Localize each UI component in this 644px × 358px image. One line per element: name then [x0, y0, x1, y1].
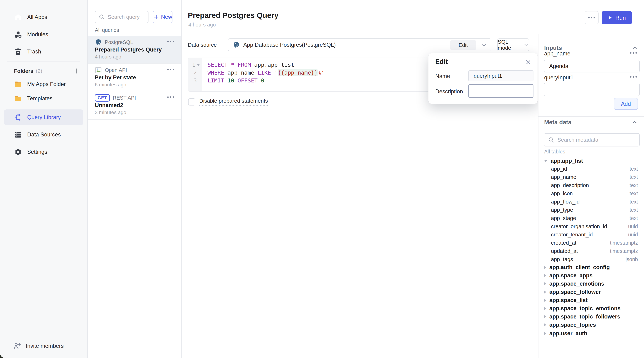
settings-icon [14, 148, 22, 156]
sidebar-item-label: Data Sources [27, 131, 61, 138]
table-row[interactable]: app.user_auth [544, 330, 638, 337]
fold-caret-icon[interactable] [197, 64, 200, 66]
sidebar-item-modules[interactable]: Modules [0, 29, 87, 40]
datasource-label: Data source [188, 42, 217, 48]
datasource-edit-button[interactable]: Edit [450, 40, 476, 50]
sql-mode-select[interactable]: SQL mode [497, 38, 529, 51]
page-title: Prepared Postgres Query [188, 11, 278, 20]
table-row[interactable]: app.space_follower [544, 289, 638, 295]
postgresql-icon [232, 41, 240, 49]
collapse-caret-icon [544, 332, 546, 335]
metadata-section-header[interactable]: Meta data [544, 118, 638, 126]
add-folder-icon[interactable] [72, 67, 80, 75]
add-input-button[interactable]: Add [614, 98, 638, 110]
line-number: 3 [194, 76, 197, 84]
column-row: app_nametext [551, 174, 638, 180]
invite-members-button[interactable]: Invite members [13, 342, 64, 350]
column-row: app_idtext [551, 166, 638, 172]
invite-user-icon [13, 342, 21, 350]
new-query-label: New [161, 14, 172, 20]
table-row-expanded[interactable]: app.app_list [544, 158, 638, 164]
new-query-button[interactable]: New [153, 11, 172, 23]
table-row[interactable]: app.space_list [544, 297, 638, 304]
query-list-item[interactable]: Open API Pet by Pet state 6 minutes ago [88, 64, 181, 91]
code-line: WHERE app_name LIKE '{{app_name}}%' [208, 69, 324, 76]
query-timestamp: 6 minutes ago [95, 82, 126, 88]
input-more-icon[interactable] [630, 76, 637, 78]
run-query-button[interactable]: Run [602, 11, 632, 24]
sidebar-item-query-library[interactable]: Query Library [0, 112, 87, 123]
collapse-caret-icon [544, 266, 546, 269]
data-sources-icon [14, 131, 22, 139]
column-row: app_flow_idtext [551, 199, 638, 205]
sidebar-item-data-sources[interactable]: Data Sources [0, 129, 87, 140]
collapse-caret-icon [544, 290, 546, 294]
sidebar-item-label: Modules [27, 31, 48, 38]
name-field[interactable] [468, 70, 534, 81]
query-type-label: Open API [105, 67, 127, 73]
chevron-up-icon[interactable] [632, 119, 638, 125]
query-search-input[interactable] [108, 14, 145, 20]
sidebar-divider [7, 61, 80, 61]
disable-prepared-statements-label: Disable prepared statements [199, 98, 268, 106]
line-number: 1 [192, 61, 200, 69]
collapse-caret-icon [544, 282, 546, 285]
table-row[interactable]: app.space_emotions [544, 281, 638, 287]
collapse-caret-icon [544, 307, 546, 310]
datasource-value: App Database Postgres(PostgreSQL) [243, 42, 336, 48]
query-search-box [95, 11, 148, 23]
sql-mode-label: SQL mode [498, 39, 522, 51]
description-label: Description [435, 88, 463, 95]
invite-members-label: Invite members [26, 343, 64, 349]
query-more-icon[interactable] [167, 96, 174, 98]
query-timestamp: 3 minutes ago [95, 110, 126, 115]
table-row[interactable]: app.auth_client_config [544, 264, 638, 271]
query-list-item[interactable]: PostgreSQL Prepared Postgres Query 4 hou… [88, 36, 181, 64]
line-number: 2 [194, 69, 197, 76]
column-row: app_tagsjsonb [551, 256, 638, 263]
table-row[interactable]: app.space_topic_emotions [544, 305, 638, 312]
query-more-icon[interactable] [167, 41, 174, 42]
sidebar-item-all-apps[interactable]: All Apps [0, 11, 87, 23]
sidebar-item-templates[interactable]: Templates [0, 93, 87, 104]
query-type-label: REST API [113, 95, 136, 101]
app-sidebar: All Apps Modules Trash Folders ( [0, 0, 88, 358]
play-icon [608, 15, 612, 20]
close-icon[interactable] [525, 59, 532, 66]
table-row[interactable]: app.space_topic_followers [544, 314, 638, 320]
metadata-header-label: Meta data [544, 119, 571, 126]
input-value-field[interactable] [544, 83, 640, 96]
home-icon [14, 13, 22, 21]
column-row: app_typetext [551, 207, 638, 213]
input-value-field[interactable] [544, 60, 640, 72]
folders-label: Folders [14, 68, 33, 74]
disable-prepared-statements-row: Disable prepared statements [188, 98, 268, 106]
sidebar-item-trash[interactable]: Trash [0, 46, 87, 57]
query-more-icon[interactable] [167, 69, 174, 70]
more-options-button[interactable] [584, 11, 598, 24]
collapse-caret-icon [544, 315, 546, 318]
sidebar-item-my-apps-folder[interactable]: My Apps Folder [0, 78, 87, 90]
datasource-select[interactable]: App Database Postgres(PostgreSQL) Edit [228, 38, 492, 51]
disable-prepared-statements-checkbox[interactable] [188, 98, 195, 105]
all-queries-label: All queries [95, 27, 119, 33]
query-title: Prepared Postgres Query [95, 46, 162, 53]
table-row[interactable]: app.space_topics [544, 322, 638, 328]
image-placeholder-icon [95, 66, 102, 74]
query-list-item[interactable]: GET REST API Unnamed2 3 minutes ago [88, 91, 181, 120]
code-line: SELECT * FROM app.app_list [208, 61, 294, 69]
name-label: Name [435, 73, 450, 79]
collapse-caret-icon [544, 299, 546, 302]
metadata-search-input[interactable] [558, 137, 636, 143]
page-subtitle: 4 hours ago [188, 22, 216, 28]
query-title: Unnamed2 [95, 102, 123, 108]
description-field[interactable] [468, 84, 534, 98]
column-row: app_icontext [551, 190, 638, 197]
chevron-up-icon[interactable] [632, 45, 638, 51]
input-more-icon[interactable] [630, 52, 637, 54]
sidebar-item-label: Query Library [27, 114, 61, 120]
postgresql-icon [95, 39, 102, 46]
chevron-down-icon[interactable] [481, 42, 487, 48]
table-row[interactable]: app.space_apps [544, 272, 638, 279]
sidebar-item-settings[interactable]: Settings [0, 146, 87, 158]
